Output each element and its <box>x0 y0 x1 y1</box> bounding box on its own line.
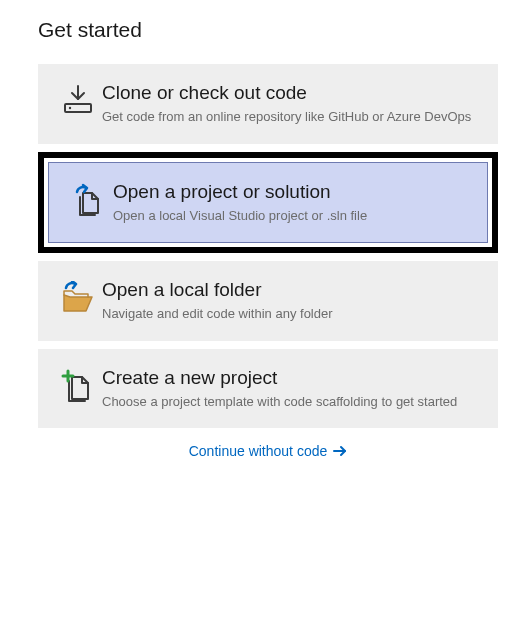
svg-point-1 <box>69 107 71 109</box>
create-project-card[interactable]: Create a new project Choose a project te… <box>38 349 498 429</box>
clone-icon <box>54 84 102 118</box>
clone-code-card[interactable]: Clone or check out code Get code from an… <box>38 64 498 144</box>
highlight-box: Open a project or solution Open a local … <box>38 152 498 254</box>
card-desc: Get code from an online repository like … <box>102 108 478 126</box>
continue-without-code-link[interactable]: Continue without code <box>189 443 348 459</box>
open-project-card[interactable]: Open a project or solution Open a local … <box>48 162 488 244</box>
card-desc: Open a local Visual Studio project or .s… <box>113 207 467 225</box>
card-title: Clone or check out code <box>102 82 478 104</box>
continue-link-label: Continue without code <box>189 443 328 459</box>
get-started-panel: Get started Clone or check out code Get … <box>0 0 512 468</box>
open-project-icon <box>65 183 113 219</box>
card-desc: Navigate and edit code within any folder <box>102 305 478 323</box>
card-title: Open a local folder <box>102 279 478 301</box>
card-title: Open a project or solution <box>113 181 467 203</box>
open-folder-card[interactable]: Open a local folder Navigate and edit co… <box>38 261 498 341</box>
open-folder-icon <box>54 281 102 317</box>
card-title: Create a new project <box>102 367 478 389</box>
create-project-icon <box>54 369 102 405</box>
page-title: Get started <box>38 18 498 42</box>
card-desc: Choose a project template with code scaf… <box>102 393 478 411</box>
arrow-right-icon <box>333 445 347 457</box>
